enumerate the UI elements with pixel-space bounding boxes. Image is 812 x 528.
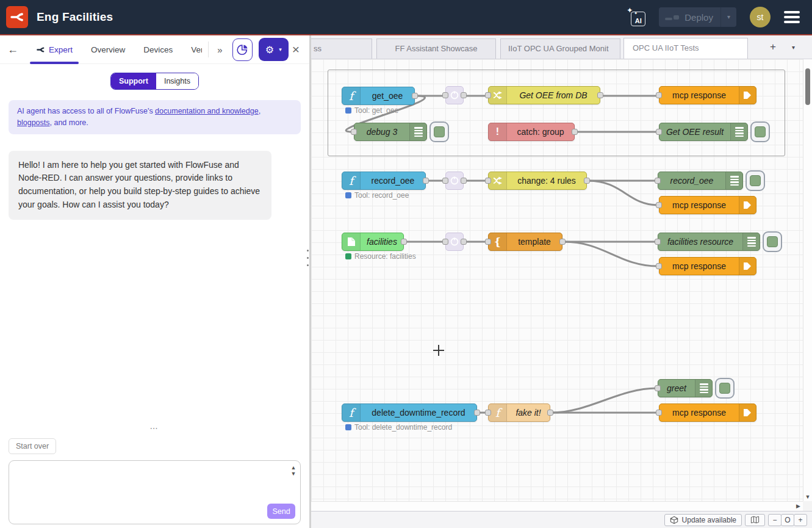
input-port[interactable] [442,92,448,98]
node-record-oee[interactable]: f record_oee [342,172,426,190]
input-port[interactable] [485,410,491,416]
scroll-thumb[interactable] [805,68,810,105]
scroll-down-icon[interactable]: ▼ [289,471,298,477]
node-debug-3[interactable]: debug 3 [354,123,427,141]
navigator-button[interactable] [745,514,765,526]
resize-handle-dots[interactable]: ⋯ [0,425,309,435]
node-catch-group[interactable]: ! catch: group [488,123,575,141]
zoom-reset-button[interactable]: O [781,514,794,526]
node-get-oee-from-db[interactable]: Get OEE from DB [488,86,600,104]
zoom-out-button[interactable]: − [768,514,781,526]
catch-exclamation-icon: ! [489,123,507,140]
node-get-oee[interactable]: f get_oee [342,87,415,105]
input-port[interactable] [351,129,357,135]
output-port[interactable] [572,129,578,135]
node-change-4-rules[interactable]: change: 4 rules [488,172,587,190]
deploy-options-chevron-icon[interactable]: ▾ [720,7,736,27]
node-greet[interactable]: greet [658,379,713,397]
tab-version-truncated[interactable]: Ver [189,35,202,64]
debug-toggle-button[interactable] [763,231,782,252]
input-port[interactable] [656,202,662,208]
output-port[interactable] [584,178,590,184]
output-port[interactable] [461,92,467,98]
scroll-right-icon[interactable]: ▶ [796,503,800,509]
node-record-oee-debug[interactable]: record_oee [658,172,743,190]
tab-expert[interactable]: Expert [34,35,75,64]
ai-assistant-icon[interactable]: ✦ ✦ AI [627,8,645,26]
node-link-call[interactable] [445,172,464,190]
send-button[interactable]: Send [267,504,295,519]
input-port[interactable] [485,239,491,245]
output-port[interactable] [547,410,553,416]
scroll-up-icon[interactable]: ▲ [289,465,298,471]
add-flow-icon[interactable]: + [770,41,776,53]
output-port[interactable] [597,92,603,98]
input-port[interactable] [655,239,661,245]
output-port[interactable] [423,178,429,184]
user-avatar[interactable]: st [750,7,771,27]
blogposts-link[interactable]: blogposts [17,118,50,127]
tab-overview[interactable]: Overview [88,35,128,64]
node-mcp-response-1[interactable]: mcp response [659,86,756,104]
output-port[interactable] [474,410,480,416]
flowfuse-logo-icon[interactable] [6,6,28,28]
flow-tab-ff-assistant[interactable]: FF Assistant Showcase [376,38,496,59]
back-arrow-icon[interactable]: ← [7,43,18,56]
flow-tab-opcua-tests[interactable]: OPC UA IIoT Tests [623,38,748,59]
canvas-horizontal-scrollbar[interactable]: ▶ [311,501,803,511]
input-port[interactable] [442,178,448,184]
input-port[interactable] [656,129,662,135]
insights-pie-button[interactable] [232,38,253,61]
input-port[interactable] [442,239,448,245]
canvas-vertical-scrollbar[interactable]: ▼ [803,59,812,501]
debug-toggle-button[interactable] [715,378,735,399]
zoom-in-button[interactable]: + [794,514,807,526]
flow-canvas[interactable]: f get_oee Tool: get_oee [311,59,812,511]
flow-list-chevron-icon[interactable]: ▾ [792,44,795,51]
node-fake-it[interactable]: f fake it! [488,403,550,422]
node-label: Get OEE from DB [507,87,600,104]
node-mcp-response-2[interactable]: mcp response [659,196,756,214]
flow-tab-iiot-grouped[interactable]: IIoT OPC UA Grouped Monit [500,38,620,59]
chat-textarea[interactable] [13,463,287,521]
node-template[interactable]: { template [488,233,562,251]
output-port[interactable] [412,93,418,99]
debug-toggle-button[interactable] [750,121,770,142]
flow-tab-clipped[interactable]: ss [311,38,372,59]
expand-tabs-icon[interactable]: » [217,45,222,55]
mode-support[interactable]: Support [111,73,156,89]
input-port[interactable] [656,92,662,98]
settings-dropdown-button[interactable]: ⚙ ▾ [259,38,289,61]
update-available-button[interactable]: Update available [664,514,742,526]
input-port[interactable] [656,410,662,416]
pie-chart-icon [237,44,248,56]
input-port[interactable] [655,385,661,391]
node-link-call[interactable] [445,233,464,251]
node-mcp-response-3[interactable]: mcp response [659,257,756,275]
node-label: mcp response [659,404,739,421]
input-port[interactable] [485,178,491,184]
main-menu-icon[interactable] [784,11,800,23]
node-get-oee-result[interactable]: Get OEE result [659,123,748,141]
node-facilities-resource[interactable]: facilities resource [658,233,760,251]
scroll-down-icon[interactable]: ▼ [803,494,812,500]
output-port[interactable] [461,178,467,184]
input-port[interactable] [656,263,662,269]
input-port[interactable] [655,178,661,184]
docs-link[interactable]: documentation and knowledge [155,107,259,115]
tab-devices[interactable]: Devices [141,35,175,64]
node-mcp-response-4[interactable]: mcp response [659,403,756,422]
output-port[interactable] [461,239,467,245]
node-delete-downtime-record[interactable]: f delete_downtime_record [342,403,477,422]
output-port[interactable] [401,239,407,245]
mode-insights[interactable]: Insights [156,73,198,89]
close-panel-icon[interactable]: × [289,42,303,57]
start-over-button[interactable]: Start over [9,438,56,454]
debug-toggle-button[interactable] [746,170,765,191]
node-facilities[interactable]: facilities [342,233,404,251]
node-link-call[interactable] [445,86,464,104]
deploy-button[interactable]: Deploy ▾ [659,7,736,27]
output-port[interactable] [559,239,566,245]
debug-toggle-button[interactable] [429,121,449,142]
input-port[interactable] [485,92,491,98]
